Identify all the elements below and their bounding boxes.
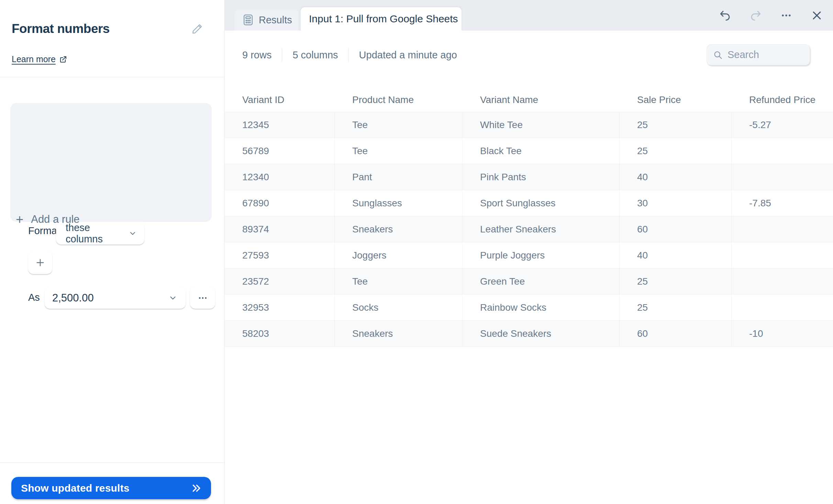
ellipsis-icon — [780, 10, 792, 21]
table-cell: 32953 — [225, 295, 335, 320]
search-box[interactable] — [707, 44, 810, 65]
table-cell: Tee — [335, 138, 463, 164]
column-header[interactable]: Variant Name — [463, 88, 620, 112]
close-panel-button[interactable] — [810, 8, 824, 23]
format-label: Format — [28, 225, 60, 237]
column-header[interactable]: Variant ID — [225, 88, 335, 112]
redo-button[interactable] — [748, 8, 763, 23]
close-icon — [811, 10, 823, 21]
sidebar: Format numbers Learn more — [0, 0, 225, 504]
tab-bar: Results Input 1: Pull from Google Sheets — [225, 0, 833, 31]
plus-icon: + — [16, 213, 23, 226]
table-row[interactable]: 89374SneakersLeather Sneakers60 — [225, 216, 833, 242]
meta-divider — [348, 48, 349, 62]
main-panel: Results Input 1: Pull from Google Sheets — [225, 0, 833, 504]
table-cell: Sneakers — [335, 321, 463, 346]
table-cell: Sunglasses — [335, 190, 463, 216]
column-header[interactable]: Sale Price — [620, 88, 732, 112]
table-row[interactable]: 23572TeeGreen Tee25 — [225, 268, 833, 295]
table-cell: Pant — [335, 164, 463, 190]
table-header-row: Variant ID Product Name Variant Name Sal… — [225, 88, 833, 112]
table-meta-row: 9 rows 5 columns Updated a minute ago — [225, 44, 833, 66]
table-cell — [732, 268, 833, 294]
page-title: Format numbers — [12, 22, 110, 36]
learn-more-link[interactable]: Learn more — [12, 54, 56, 64]
calculator-icon — [243, 14, 253, 26]
table-cell: 56789 — [225, 138, 335, 164]
table-cell: 30 — [620, 190, 732, 216]
number-format-value: 2,500.00 — [52, 292, 94, 304]
table-cell: Sport Sunglasses — [463, 190, 620, 216]
search-icon — [713, 50, 723, 60]
table-cell: 40 — [620, 164, 732, 190]
table-cell: Green Tee — [463, 268, 620, 294]
more-options-button[interactable] — [190, 287, 215, 309]
table-row[interactable]: 58203SneakersSuede Sneakers60-10 — [225, 321, 833, 347]
table-cell — [732, 242, 833, 268]
table-cell: 27593 — [225, 242, 335, 268]
column-count: 5 columns — [292, 49, 338, 61]
column-header[interactable]: Refunded Price — [732, 88, 833, 112]
tab-results[interactable]: Results — [235, 9, 298, 31]
table-cell: 25 — [620, 295, 732, 320]
topbar-actions — [718, 0, 824, 31]
table-cell: 58203 — [225, 321, 335, 346]
table-cell: 25 — [620, 138, 732, 164]
pencil-icon — [192, 23, 203, 34]
chevron-down-icon — [129, 229, 137, 238]
table-cell: Joggers — [335, 242, 463, 268]
table-cell: -5.27 — [732, 112, 833, 138]
tab-input-1-label: Input 1: Pull from Google Sheets — [309, 13, 458, 25]
table-cell: Suede Sneakers — [463, 321, 620, 346]
table-cell: Socks — [335, 295, 463, 320]
table-cell: Rainbow Socks — [463, 295, 620, 320]
sidebar-footer-divider — [0, 462, 225, 463]
table-cell: Purple Joggers — [463, 242, 620, 268]
table-row[interactable]: 12345TeeWhite Tee25-5.27 — [225, 112, 833, 138]
add-column-button[interactable] — [28, 251, 52, 274]
chevron-down-icon — [168, 294, 177, 302]
table-cell: Black Tee — [463, 138, 620, 164]
add-rule-label: Add a rule — [31, 213, 79, 226]
table-row[interactable]: 12340PantPink Pants40 — [225, 164, 833, 190]
table-cell: Leather Sneakers — [463, 216, 620, 242]
table-row[interactable]: 32953SocksRainbow Socks25 — [225, 295, 833, 321]
updated-timestamp: Updated a minute ago — [359, 49, 457, 61]
table-cell: 12340 — [225, 164, 335, 190]
external-link-icon — [59, 55, 67, 64]
table-panel: 9 rows 5 columns Updated a minute ago — [225, 31, 833, 504]
table-row[interactable]: 56789TeeBlack Tee25 — [225, 138, 833, 164]
table-cell: 67890 — [225, 190, 335, 216]
add-rule-button[interactable]: + Add a rule — [16, 213, 80, 226]
table-cell — [732, 295, 833, 320]
table-cell: 25 — [620, 268, 732, 294]
table-cell — [732, 216, 833, 242]
column-header[interactable]: Product Name — [335, 88, 463, 112]
tab-input-1[interactable]: Input 1: Pull from Google Sheets — [301, 7, 462, 31]
table-cell: Sneakers — [335, 216, 463, 242]
table-row[interactable]: 67890SunglassesSport Sunglasses30-7.85 — [225, 190, 833, 216]
plus-icon — [35, 258, 45, 267]
as-label: As — [28, 292, 40, 303]
number-format-dropdown[interactable]: 2,500.00 — [45, 287, 186, 309]
search-input[interactable] — [728, 49, 833, 60]
sidebar-header: Format numbers Learn more — [0, 0, 224, 77]
ellipsis-icon — [198, 293, 208, 303]
app-window: Format numbers Learn more — [0, 0, 833, 504]
table-cell — [732, 138, 833, 164]
table-cell: 60 — [620, 321, 732, 346]
meta-divider — [282, 48, 282, 62]
table-cell: Tee — [335, 112, 463, 138]
show-updated-results-button[interactable]: Show updated results — [11, 477, 211, 499]
table-cell — [732, 164, 833, 190]
undo-button[interactable] — [718, 8, 732, 23]
undo-icon — [719, 9, 731, 22]
tab-results-label: Results — [259, 14, 292, 26]
table-cell: -7.85 — [732, 190, 833, 216]
table-body: 12345TeeWhite Tee25-5.2756789TeeBlack Te… — [225, 112, 833, 347]
edit-title-button[interactable] — [190, 21, 205, 36]
table-cell: 60 — [620, 216, 732, 242]
panel-menu-button[interactable] — [779, 8, 793, 23]
table-cell: 89374 — [225, 216, 335, 242]
table-row[interactable]: 27593JoggersPurple Joggers40 — [225, 242, 833, 268]
